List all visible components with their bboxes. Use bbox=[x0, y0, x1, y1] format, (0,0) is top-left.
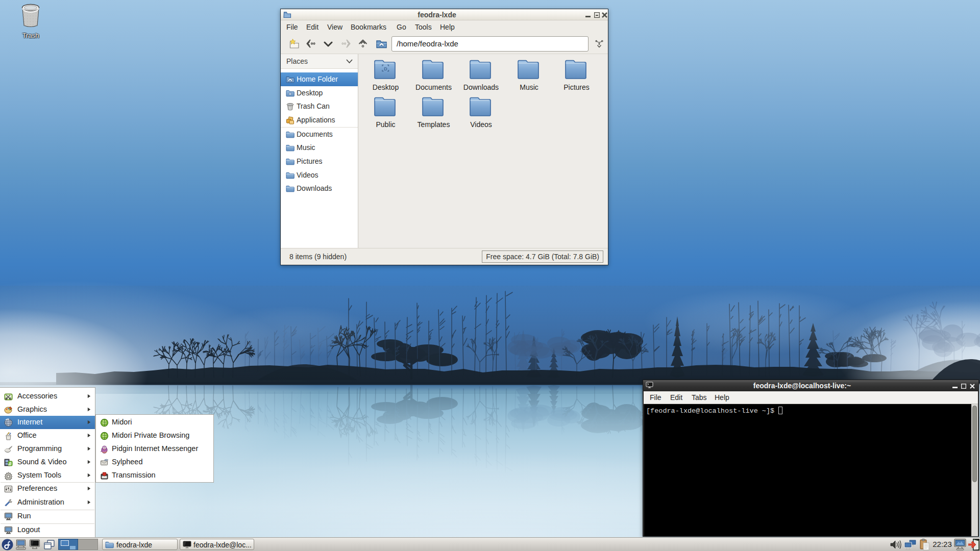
svg-text:D: D bbox=[384, 66, 387, 71]
